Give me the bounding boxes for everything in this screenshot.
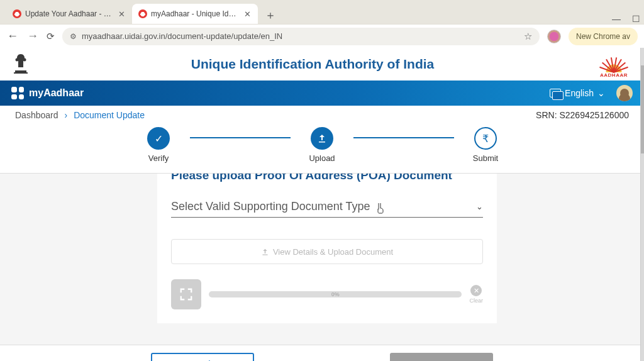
upload-button-label: View Details & Upload Document [273,247,393,257]
tab-title: myAadhaar - Unique Identificat [151,9,239,18]
step-upload: Upload [291,127,353,163]
chrome-profile-avatar[interactable] [547,30,561,43]
srn-display: SRN: S2269425126000 [536,110,629,120]
app-bar: myAadhaar English ⌄ [0,81,644,106]
address-bar[interactable]: ⚙ myaadhaar.uidai.gov.in/document-update… [62,28,540,45]
browser-tab[interactable]: Update Your Aadhaar - Unique ✕ [6,4,132,24]
reload-icon[interactable]: ⟳ [47,31,55,42]
scrollbar-thumb[interactable] [641,65,644,153]
breadcrumb: Dashboard › Document Update SRN: S226942… [0,106,644,125]
maximize-icon[interactable]: ☐ [632,14,640,24]
step-submit: ₹ Submit [454,127,517,163]
browser-chrome: Update Your Aadhaar - Unique ✕ myAadhaar… [0,0,644,48]
close-icon[interactable]: ✕ [117,9,126,18]
svg-point-2 [16,58,19,62]
chevron-right-icon: › [65,110,68,120]
org-title: Unique Identification Authority of India [30,57,595,72]
footer-actions: Back Next [0,345,644,361]
forward-icon: → [26,30,39,43]
tab-strip: Update Your Aadhaar - Unique ✕ myAadhaar… [0,0,644,24]
expand-preview-button[interactable] [171,279,201,309]
scrollbar[interactable] [640,48,644,361]
progress-bar [209,291,462,297]
close-circle-icon: ✕ [470,285,482,296]
poa-card: Please upload Proof Of Address (POA) Doc… [157,174,497,323]
upload-progress-row: ✕ Clear [171,279,483,309]
url-text: myaadhaar.uidai.gov.in/document-update/u… [82,31,282,41]
chevron-down-icon: ⌄ [597,88,605,98]
chevron-down-icon: ⌄ [476,202,483,211]
close-icon[interactable]: ✕ [243,9,252,18]
poa-heading: Please upload Proof Of Address (POA) Doc… [171,174,483,200]
step-verify: ✓ Verify [127,127,190,163]
document-type-select[interactable]: Select Valid Supporting Document Type ⌄ [171,200,483,218]
browser-tab[interactable]: myAadhaar - Unique Identificat ✕ [132,4,258,24]
site-settings-icon[interactable]: ⚙ [70,32,77,41]
svg-point-3 [23,58,26,62]
breadcrumb-item[interactable]: Dashboard [15,110,58,120]
bookmark-star-icon[interactable]: ☆ [524,31,532,42]
language-label: English [565,88,594,98]
app-grid-icon[interactable] [11,87,24,99]
back-button[interactable]: Back [151,353,254,362]
tab-favicon-icon [138,9,147,18]
window-controls: — ☐ [612,14,644,24]
step-connector [190,137,291,138]
content-area: Please upload Proof Of Address (POA) Doc… [0,174,644,345]
upload-icon [311,127,333,150]
uidai-header: Unique Identification Authority of India… [0,48,644,81]
address-bar-row: ← → ⟳ ⚙ myaadhaar.uidai.gov.in/document-… [0,24,644,48]
aadhaar-logo-text: AADHAAR [600,72,628,78]
clear-upload-button[interactable]: ✕ Clear [469,285,483,304]
language-icon [550,89,561,97]
back-icon[interactable]: ← [6,30,19,43]
svg-rect-0 [15,70,26,72]
stepper: ✓ Verify Upload ₹ Submit [0,125,644,174]
upload-document-button[interactable]: View Details & Upload Document [171,239,483,264]
next-button[interactable]: Next [390,353,493,362]
step-connector [353,137,454,138]
check-icon: ✓ [147,127,170,150]
india-emblem-icon [11,52,30,77]
app-name[interactable]: myAadhaar [29,87,84,99]
svg-rect-1 [14,72,28,74]
aadhaar-logo: AADHAAR [595,50,633,78]
rupee-icon: ₹ [474,127,497,150]
language-selector[interactable]: English ⌄ [550,88,605,98]
tab-favicon-icon [13,9,21,18]
breadcrumb-item[interactable]: Document Update [74,110,145,120]
user-avatar[interactable] [616,85,633,101]
tab-title: Update Your Aadhaar - Unique [25,9,113,18]
minimize-icon[interactable]: — [612,14,621,24]
select-placeholder: Select Valid Supporting Document Type [171,200,370,213]
mouse-cursor-icon [376,203,385,216]
new-tab-button[interactable]: ＋ [262,6,279,24]
chrome-update-pill[interactable]: New Chrome av [569,28,638,45]
